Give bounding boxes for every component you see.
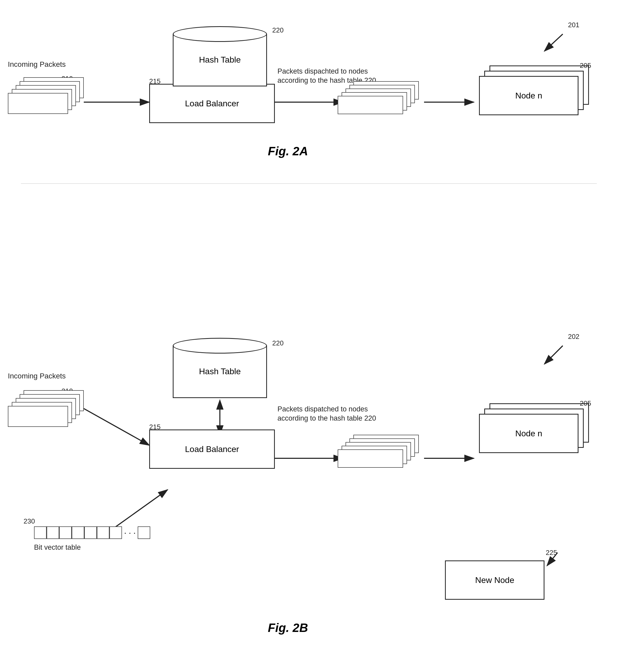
fig2a-ref: 201	[568, 21, 579, 29]
fig2a-incoming-label: Incoming Packets	[8, 60, 66, 69]
fig2b-dispatch-label: Packets dispatched to nodes according to…	[278, 405, 376, 423]
fig2b-hash-table-label: Hash Table	[199, 367, 241, 376]
fig2b-node-label: Node n	[515, 429, 542, 439]
fig2b-ref: 202	[568, 332, 579, 341]
svg-line-10	[544, 346, 563, 364]
fig2b-node: Node n	[479, 414, 579, 453]
fig2b-load-balancer-label: Load Balancer	[185, 445, 239, 454]
fig2b-lb-ref: 215	[149, 423, 161, 431]
separator	[21, 183, 597, 184]
fig2a-node: Node n	[479, 76, 579, 115]
fig2a-lb-ref: 215	[149, 77, 161, 85]
fig2b-hash-table: Hash Table	[173, 338, 267, 398]
fig2a-hash-table: Hash Table	[173, 26, 267, 86]
fig2b-hash-ref: 220	[272, 339, 284, 347]
fig2b-bv-ref: 230	[23, 517, 35, 525]
fig2a-hash-table-label: Hash Table	[199, 55, 241, 65]
diagram-container: 201 Incoming Packets 210 Hash Table 220 …	[0, 0, 618, 672]
fig2b-new-node-ref: 225	[546, 549, 557, 557]
fig2b-bit-vector: · · ·	[34, 526, 150, 539]
fig2b-incoming-label: Incoming Packets	[8, 372, 66, 380]
fig2b-caption: Fig. 2B	[209, 621, 367, 635]
fig2a-load-balancer: Load Balancer	[149, 84, 275, 123]
fig2b-load-balancer: Load Balancer	[149, 429, 275, 469]
fig2a-hash-ref: 220	[272, 26, 284, 34]
fig2a-node-ref: 205	[580, 62, 591, 70]
fig2b-new-node-label: New Node	[475, 575, 514, 585]
fig2a-caption: Fig. 2A	[209, 144, 367, 158]
fig2a-load-balancer-label: Load Balancer	[185, 99, 239, 108]
svg-line-4	[84, 408, 149, 445]
fig2b-bv-label: Bit vector table	[34, 544, 81, 552]
fig2b-node-ref: 205	[580, 399, 591, 407]
svg-line-8	[113, 490, 168, 529]
fig2b-new-node: New Node	[445, 560, 544, 600]
fig2a-node-label: Node n	[515, 91, 542, 101]
bit-dots: · · ·	[124, 528, 135, 538]
svg-line-9	[544, 34, 563, 51]
